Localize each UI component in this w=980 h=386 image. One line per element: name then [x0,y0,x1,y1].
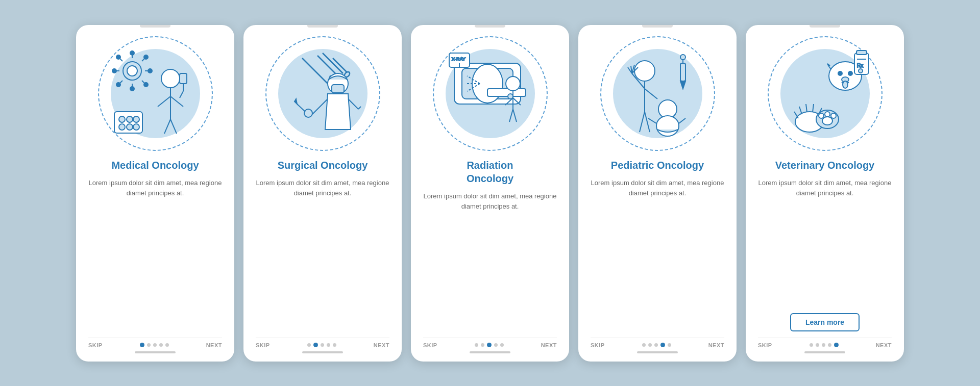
dots-2 [307,343,336,347]
svg-point-66 [634,61,655,81]
dot-2-2 [313,343,318,347]
svg-point-88 [843,81,848,88]
svg-veterinary-oncology: Rx [774,43,876,145]
svg-point-17 [144,83,148,87]
next-label-2[interactable]: NEXT [374,342,389,348]
dot-5-2 [816,343,819,347]
svg-line-98 [813,104,814,112]
dot-2-3 [321,343,324,347]
svg-rect-76 [680,63,685,81]
skip-label-1[interactable]: SKIP [88,342,103,348]
dot-1-2 [147,343,151,347]
svg-line-47 [297,104,305,112]
dot-1-1 [140,343,144,347]
dot-5-1 [810,343,813,347]
next-label-5[interactable]: NEXT [876,342,892,348]
dot-4-1 [642,343,646,347]
svg-point-11 [116,55,120,59]
svg-line-44 [348,99,358,109]
svg-point-51 [472,64,503,103]
svg-point-30 [133,116,139,122]
skip-label-2[interactable]: SKIP [256,342,270,348]
title-pediatric-oncology: Pediatric Oncology [611,159,704,172]
svg-medical-oncology [104,43,206,145]
svg-point-33 [133,124,139,130]
svg-line-25 [164,119,170,134]
dot-4-2 [648,343,652,347]
svg-line-74 [640,112,645,132]
svg-rect-90 [856,50,867,55]
dots-1 [140,343,169,347]
card-pediatric-oncology: Pediatric Oncology Lorem ipsum dolor sit… [578,25,737,362]
svg-rect-41 [332,85,344,93]
svg-surgical-oncology [272,43,374,145]
svg-point-62 [508,94,513,99]
skip-label-5[interactable]: SKIP [758,342,772,348]
screens-container: Medical Oncology Lorem ipsum dolor sit d… [76,25,904,362]
desc-surgical-oncology: Lorem ipsum dolor sit dim amet, mea regi… [256,178,389,330]
dot-5-5 [834,343,839,347]
svg-point-93 [859,69,863,73]
svg-point-18 [161,69,180,88]
dot-3-2 [481,343,484,347]
svg-point-13 [144,55,148,59]
dot-1-4 [159,343,163,347]
svg-line-60 [509,109,513,122]
svg-marker-48 [295,99,297,104]
bottom-bar-1 [135,351,176,353]
next-label-4[interactable]: NEXT [708,342,724,348]
bottom-nav-1: SKIP NEXT [88,338,222,348]
svg-rect-22 [180,73,187,84]
svg-point-9 [148,69,152,73]
svg-point-28 [119,116,125,122]
svg-point-101 [822,117,832,125]
bottom-bar-5 [804,351,845,353]
dot-3-5 [500,343,504,347]
title-radiation-oncology: RadiationOncology [467,159,513,185]
svg-line-42 [312,99,328,114]
svg-point-79 [680,55,685,60]
illustration-radiation-oncology: X-RAY [431,35,549,152]
svg-point-103 [825,112,830,117]
skip-label-4[interactable]: SKIP [591,342,605,348]
svg-line-75 [645,112,650,132]
svg-point-15 [116,83,120,87]
bottom-nav-4: SKIP NEXT [591,338,724,348]
title-veterinary-oncology: Veterinary Oncology [775,159,875,172]
skip-label-3[interactable]: SKIP [423,342,437,348]
bottom-nav-3: SKIP NEXT [423,338,557,348]
learn-more-button[interactable]: Learn more [790,313,860,331]
svg-line-96 [799,107,802,114]
desc-radiation-oncology: Lorem ipsum dolor sit dim amet, mea regi… [423,191,557,330]
bottom-bar-3 [470,351,510,353]
svg-line-61 [513,109,517,122]
svg-line-45 [358,107,361,109]
svg-point-104 [831,113,836,118]
svg-line-24 [180,91,183,98]
title-medical-oncology: Medical Oncology [111,159,199,172]
dot-4-4 [660,343,665,347]
illustration-pediatric-oncology [599,35,716,152]
title-surgical-oncology: Surgical Oncology [278,159,368,172]
dot-1-5 [165,343,169,347]
dot-5-4 [828,343,831,347]
svg-line-97 [806,104,807,112]
dots-4 [642,343,671,347]
dot-3-3 [487,343,492,347]
card-veterinary-oncology: Rx [746,25,904,362]
dots-5 [810,343,839,347]
illustration-surgical-oncology [264,35,381,152]
dot-5-3 [822,343,825,347]
bottom-bar-2 [302,351,343,353]
illustration-veterinary-oncology: Rx [766,35,884,152]
svg-line-82 [648,118,656,123]
dot-3-4 [494,343,498,347]
svg-point-46 [304,109,312,117]
dots-3 [475,343,504,347]
next-label-1[interactable]: NEXT [206,342,222,348]
svg-point-7 [112,69,116,73]
next-label-3[interactable]: NEXT [541,342,557,348]
bottom-nav-5: SKIP NEXT [758,338,892,348]
svg-rect-55 [487,89,526,96]
dot-2-1 [307,343,311,347]
